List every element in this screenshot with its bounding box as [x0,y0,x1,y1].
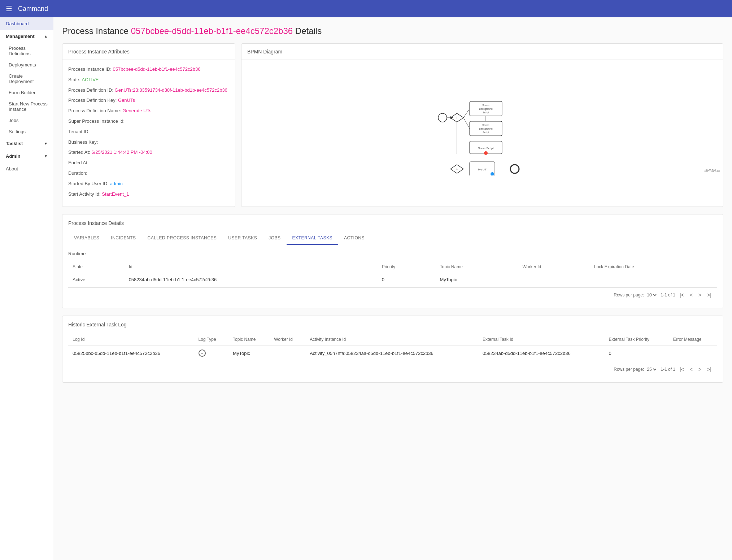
attr-ended-at: Ended At: [68,159,229,167]
topbar: ☰ Cammand [0,0,732,17]
attr-state: State: ACTIVE [68,76,229,84]
svg-text:Background: Background [479,108,492,110]
attributes-card: Process Instance Attributes Process Inst… [62,43,235,207]
sidebar-item-deployments[interactable]: Deployments [0,59,53,70]
runtime-label: Runtime [68,251,717,256]
col-lock-expiration: Lock Expiration Date [590,261,717,273]
top-section: Process Instance Attributes Process Inst… [62,43,723,207]
historic-table: Log Id Log Type Topic Name Worker Id Act… [68,333,717,360]
main-content: Process Instance 057bcbee-d5dd-11eb-b1f1… [53,17,732,560]
sidebar-item-settings[interactable]: Settings [0,126,53,137]
chevron-up-icon: ▲ [44,34,48,38]
historic-title: Historic External Task Log [68,322,717,327]
hist-cell-topic-name: MyTopic [228,346,270,361]
attr-super-process-id: Super Process Instance Id: [68,118,229,125]
svg-line-25 [463,118,470,129]
historic-table-row: 05825bbc-d5dd-11eb-b1f1-ee4c572c2b36 + M… [68,346,717,361]
hist-col-external-task-priority: External Task Priority [605,333,669,346]
hist-cell-external-task-id: 058234ab-d5dd-11eb-b1f1-ee4c572c2b36 [478,346,605,361]
chevron-down-icon-admin: ▼ [44,154,48,158]
first-page-button[interactable]: |< [678,291,685,299]
prev-page-button[interactable]: < [688,291,694,299]
last-page-button[interactable]: >| [706,291,713,299]
cell-id: 058234ab-d5dd-11eb-b1f1-ee4c572c2b36 [125,273,378,286]
col-worker-id: Worker Id [518,261,590,273]
attr-start-activity-id: Start Activity Id: StartEvent_1 [68,191,229,198]
attr-business-key: Business Key: [68,139,229,146]
col-state: State [68,261,125,273]
cell-priority: 0 [378,273,436,286]
hist-col-error-message: Error Message [669,333,717,346]
menu-icon[interactable]: ☰ [6,4,12,13]
hist-rows-per-page-section: Rows per page: 25 10 50 [614,366,658,372]
rows-per-page-section: Rows per page: 10 25 50 [614,292,658,298]
tab-user-tasks[interactable]: USER TASKS [222,232,263,245]
cell-lock-expiration [590,273,717,286]
hist-col-log-type: Log Type [194,333,229,346]
chevron-down-icon: ▼ [44,142,48,146]
details-title: Process Instance Details [68,220,717,226]
svg-point-15 [484,151,488,155]
sidebar-item-dashboard[interactable]: Dashboard [0,17,53,30]
svg-text:+: + [456,115,458,121]
sidebar-item-start-new-process[interactable]: Start New Process Instance [0,98,53,115]
hist-next-page-button[interactable]: > [697,365,703,374]
svg-point-0 [438,113,447,122]
tab-variables[interactable]: VARIABLES [68,232,105,245]
sidebar-item-tasklist[interactable]: Tasklist ▼ [0,137,53,150]
attr-process-instance-id: Process Instance ID: 057bcbee-d5dd-11eb-… [68,66,229,73]
hist-col-topic-name: Topic Name [228,333,270,346]
hist-rows-per-page-select[interactable]: 25 10 50 [645,366,658,372]
historic-card: Historic External Task Log Log Id Log Ty… [62,316,723,383]
hist-first-page-button[interactable]: |< [678,365,685,374]
hist-last-page-button[interactable]: >| [706,365,713,374]
svg-text:+: + [456,166,458,172]
attr-duration: Duration: [68,170,229,177]
historic-pagination: Rows per page: 25 10 50 1-1 of 1 |< < > … [68,362,717,377]
bpmn-watermark: BPMN.io [705,168,720,173]
hist-col-external-task-id: External Task Id [478,333,605,346]
hist-col-worker-id: Worker Id [270,333,305,346]
page-title: Process Instance 057bcbee-d5dd-11eb-b1f1… [62,26,723,36]
circle-plus-icon: + [199,350,206,357]
tabs-bar: VARIABLES INCIDENTS CALLED PROCESS INSTA… [68,232,717,245]
next-page-button[interactable]: > [697,291,703,299]
hist-cell-worker-id [270,346,305,361]
hist-cell-activity-instance-id: Activity_05n7hfa:058234aa-d5dd-11eb-b1f1… [305,346,478,361]
attributes-card-body: Process Instance ID: 057bcbee-d5dd-11eb-… [62,60,235,207]
runtime-pagination: Rows per page: 10 25 50 1-1 of 1 |< < > … [68,287,717,302]
bpmn-diagram-area[interactable]: + Scene Background Script Scene Backgrou… [241,60,723,175]
svg-text:Scene: Scene [482,104,489,107]
svg-text:Background: Background [479,127,492,130]
sidebar-item-management[interactable]: Management ▲ [0,30,53,43]
svg-line-24 [463,109,470,118]
runtime-table: State Id Priority Topic Name Worker Id L… [68,261,717,286]
sidebar-item-create-deployment[interactable]: Create Deployment [0,70,53,87]
tab-incidents[interactable]: INCIDENTS [105,232,141,245]
attr-tenant-id: Tenant ID: [68,128,229,136]
sidebar-item-admin[interactable]: Admin ▼ [0,150,53,162]
bpmn-card-header: BPMN Diagram [241,44,723,60]
tab-external-tasks[interactable]: EXTERNAL TASKS [287,232,338,245]
app-title: Cammand [18,5,48,13]
sidebar-item-form-builder[interactable]: Form Builder [0,87,53,98]
rows-per-page-select[interactable]: 10 25 50 [645,292,658,298]
sidebar-item-process-definitions[interactable]: Process Definitions [0,43,53,59]
hist-prev-page-button[interactable]: < [688,365,694,374]
svg-text:Script: Script [483,111,489,114]
tab-actions[interactable]: ACTIONS [338,232,370,245]
sidebar: Dashboard Management ▲ Process Definitio… [0,17,53,560]
attr-process-definition-key: Process Definition Key: GenUTs [68,97,229,104]
cell-worker-id [518,273,590,286]
pagination-range: 1-1 of 1 [661,292,675,298]
hist-col-log-id: Log Id [68,333,194,346]
col-priority: Priority [378,261,436,273]
svg-point-18 [510,165,519,173]
svg-text:Scene: Scene [482,124,489,126]
attr-process-definition-id: Process Definition ID: GenUTs:23:8359173… [68,87,229,94]
sidebar-item-jobs[interactable]: Jobs [0,115,53,126]
tab-called-process-instances[interactable]: CALLED PROCESS INSTANCES [141,232,222,245]
bpmn-svg: + Scene Background Script Scene Backgrou… [432,60,533,175]
tab-jobs[interactable]: JOBS [263,232,286,245]
sidebar-item-about[interactable]: About [0,162,53,175]
